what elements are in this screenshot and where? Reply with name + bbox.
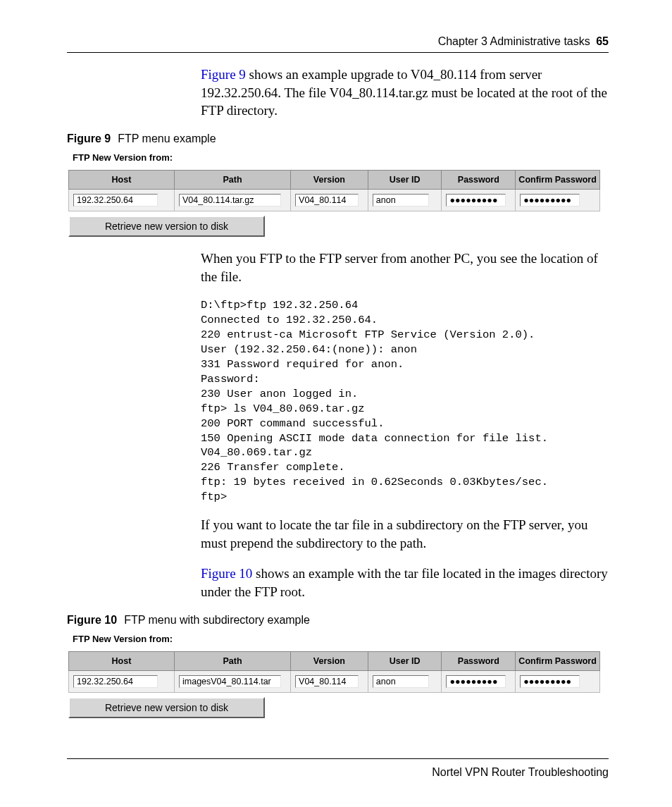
col-host: Host	[69, 170, 175, 189]
figure-10-caption: Figure 10FTP menu with subdirectory exam…	[67, 614, 609, 627]
col-user: User ID	[368, 170, 442, 189]
ftp-table-fig10: Host Path Version User ID Password Confi…	[68, 651, 600, 693]
ftp-header-row: Host Path Version User ID Password Confi…	[69, 170, 600, 189]
col-confirm: Confirm Password	[516, 170, 600, 189]
col-confirm: Confirm Password	[516, 651, 600, 670]
figure-10-title: FTP menu with subdirectory example	[124, 614, 310, 626]
para-fig10-text: shows an example with the tar file locat…	[201, 566, 608, 599]
header-rule	[67, 52, 609, 53]
retrieve-button[interactable]: Retrieve new version to disk	[68, 216, 265, 237]
intro-paragraph: Figure 9 shows an example upgrade to V04…	[201, 66, 609, 120]
password-input[interactable]: ●●●●●●●●●	[446, 194, 506, 207]
figure-9-caption: Figure 9FTP menu example	[67, 133, 609, 145]
ftp-table-fig9: Host Path Version User ID Password Confi…	[68, 170, 600, 211]
host-input[interactable]: 192.32.250.64	[73, 675, 158, 688]
ftp-data-row: 192.32.250.64 V04_80.114.tar.gz V04_80.1…	[69, 189, 600, 211]
user-input[interactable]: anon	[373, 675, 429, 688]
para-ftp-location: When you FTP to the FTP server from anot…	[201, 250, 609, 285]
intro-text: shows an example upgrade to V04_80.114 f…	[201, 67, 607, 118]
version-input[interactable]: V04_80.114	[295, 194, 359, 207]
col-version: Version	[291, 651, 368, 670]
confirm-password-input[interactable]: ●●●●●●●●●	[520, 675, 580, 688]
figure-10-label: Figure 10	[67, 614, 117, 626]
host-input[interactable]: 192.32.250.64	[73, 194, 158, 207]
col-user: User ID	[368, 651, 442, 670]
retrieve-button[interactable]: Retrieve new version to disk	[68, 697, 265, 718]
para-fig10-intro: Figure 10 shows an example with the tar …	[201, 565, 609, 600]
col-password: Password	[442, 170, 516, 189]
ftp-heading: FTP New Version from:	[73, 152, 609, 163]
col-path: Path	[174, 651, 290, 670]
para-subdir-note: If you want to locate the tar file in a …	[201, 516, 609, 552]
figure-9-label: Figure 9	[67, 133, 111, 144]
col-host: Host	[69, 651, 175, 670]
footer-rule	[67, 758, 609, 759]
path-input[interactable]: V04_80.114.tar.gz	[179, 194, 281, 207]
ftp-heading-2: FTP New Version from:	[73, 634, 609, 644]
user-input[interactable]: anon	[373, 194, 429, 207]
ftp-session-output: D:\ftp>ftp 192.32.250.64 Connected to 19…	[201, 298, 609, 505]
path-input[interactable]: imagesV04_80.114.tar	[179, 675, 281, 688]
figure-10-link[interactable]: Figure 10	[201, 566, 252, 581]
page: Chapter 3 Administrative tasks 65 Figure…	[0, 0, 672, 807]
footer-text: Nortel VPN Router Troubleshooting	[67, 766, 609, 779]
col-password: Password	[442, 651, 516, 670]
col-version: Version	[291, 170, 368, 189]
col-path: Path	[174, 170, 290, 189]
page-number: 65	[596, 35, 609, 47]
ftp-data-row: 192.32.250.64 imagesV04_80.114.tar V04_8…	[69, 670, 600, 692]
figure-9-link[interactable]: Figure 9	[201, 67, 246, 82]
page-footer: Nortel VPN Router Troubleshooting	[67, 758, 609, 779]
ftp-header-row: Host Path Version User ID Password Confi…	[69, 651, 600, 670]
running-header: Chapter 3 Administrative tasks 65	[67, 35, 609, 48]
version-input[interactable]: V04_80.114	[295, 675, 359, 688]
figure-9-title: FTP menu example	[118, 133, 216, 144]
password-input[interactable]: ●●●●●●●●●	[446, 675, 506, 688]
chapter-title: Chapter 3 Administrative tasks	[438, 35, 590, 47]
confirm-password-input[interactable]: ●●●●●●●●●	[520, 194, 580, 207]
